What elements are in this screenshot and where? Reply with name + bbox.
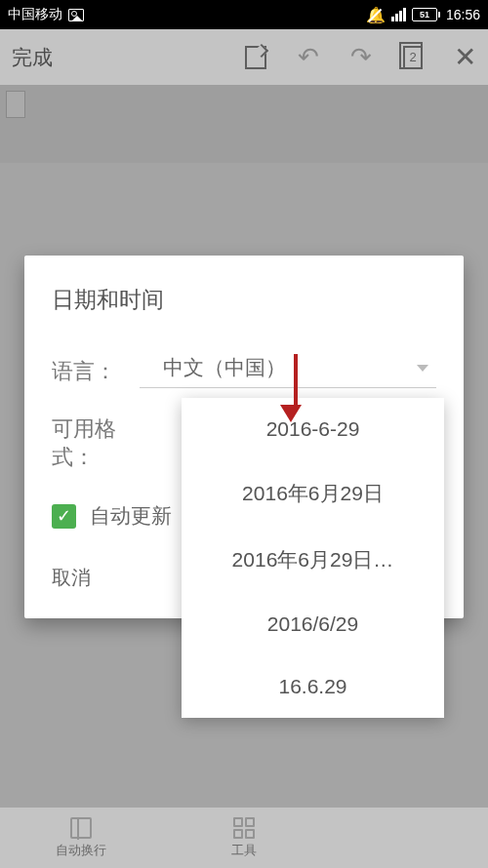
bottom-tab-bar: 自动换行 工具 bbox=[0, 808, 488, 868]
gallery-icon bbox=[68, 9, 84, 21]
language-value: 中文（中国） bbox=[140, 354, 286, 381]
annotation-arrow bbox=[289, 354, 302, 422]
grid-icon bbox=[233, 817, 255, 839]
format-option[interactable]: 16.6.29 bbox=[182, 655, 444, 718]
battery-level: 51 bbox=[412, 8, 437, 21]
checkbox-icon[interactable]: ✓ bbox=[52, 504, 76, 529]
status-bar: 中国移动 🔔 51 16:56 bbox=[0, 0, 488, 29]
signal-icon bbox=[391, 8, 406, 21]
format-option[interactable]: 2016/6/29 bbox=[182, 593, 444, 655]
save-icon[interactable] bbox=[245, 46, 266, 69]
toolbar-icon-group: ↶ ↷ 2 ✕ bbox=[245, 41, 476, 73]
clock: 16:56 bbox=[446, 7, 480, 22]
done-button[interactable]: 完成 bbox=[12, 44, 53, 71]
tab-tools-label: 工具 bbox=[231, 842, 257, 859]
undo-icon[interactable]: ↶ bbox=[298, 42, 319, 72]
status-left: 中国移动 bbox=[8, 6, 84, 23]
tab-tools[interactable]: 工具 bbox=[163, 808, 326, 868]
chevron-down-icon bbox=[417, 365, 428, 372]
editor-toolbar: 完成 ↶ ↷ 2 ✕ bbox=[0, 29, 488, 85]
status-right: 🔔 51 16:56 bbox=[366, 6, 480, 24]
tab-wrap-label: 自动换行 bbox=[56, 842, 106, 859]
format-label: 可用格式： bbox=[52, 415, 140, 471]
format-option[interactable]: 2016-6-29 bbox=[182, 398, 444, 460]
vibrate-icon: 🔔 bbox=[366, 6, 386, 24]
format-option[interactable]: 2016年6月29日… bbox=[182, 527, 444, 593]
auto-update-label: 自动更新 bbox=[90, 502, 172, 530]
language-row: 语言： 中文（中国） bbox=[52, 354, 436, 388]
pages-icon[interactable]: 2 bbox=[403, 46, 423, 69]
format-option[interactable]: 2016年6月29日 bbox=[182, 460, 444, 527]
redo-icon[interactable]: ↷ bbox=[350, 42, 372, 72]
tab-wrap[interactable]: 自动换行 bbox=[0, 808, 163, 868]
language-label: 语言： bbox=[52, 357, 140, 386]
tab-empty bbox=[325, 808, 488, 868]
carrier-label: 中国移动 bbox=[8, 6, 62, 23]
dialog-title: 日期和时间 bbox=[52, 285, 436, 315]
battery-icon: 51 bbox=[412, 8, 440, 21]
language-dropdown[interactable]: 中文（中国） bbox=[140, 354, 436, 388]
format-dropdown-menu: 2016-6-29 2016年6月29日 2016年6月29日… 2016/6/… bbox=[182, 398, 444, 718]
close-icon[interactable]: ✕ bbox=[454, 41, 476, 73]
wrap-icon bbox=[70, 817, 92, 839]
